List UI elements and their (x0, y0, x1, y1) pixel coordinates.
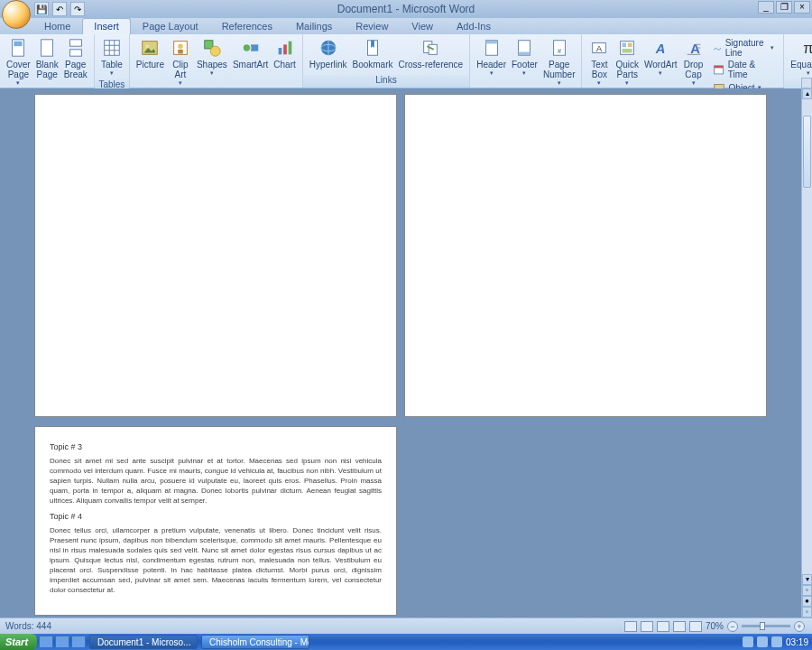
tray-icon-1[interactable] (743, 636, 753, 647)
scroll-up-button[interactable]: ▴ (802, 88, 812, 99)
svg-rect-49 (714, 66, 723, 68)
hyperlink-button[interactable]: Hyperlink (307, 36, 350, 70)
task-chisholm[interactable]: Chisholm Consulting - Mo... (201, 635, 309, 649)
svg-rect-21 (278, 48, 281, 54)
tray-icon-2[interactable] (757, 636, 768, 647)
table-icon (101, 37, 123, 59)
cross-ref-label: Cross-reference (398, 60, 463, 70)
quick-launch-desktop[interactable] (55, 636, 69, 648)
header-label: Header (476, 60, 506, 70)
drop-cap-button[interactable]: ADrop Cap▾ (680, 36, 707, 88)
page-3[interactable]: Topic # 3 Donec sit amet mi sed ante sus… (34, 426, 397, 616)
page-number-button[interactable]: #Page Number▾ (540, 36, 578, 88)
group-pages: Cover Page▾ Blank Page Page Break Pages (0, 34, 95, 88)
footer-label: Footer (512, 60, 538, 70)
quick-launch-ie[interactable] (39, 636, 53, 648)
outline-view[interactable] (673, 621, 686, 632)
blank-page-icon (36, 37, 58, 59)
tab-insert[interactable]: Insert (82, 18, 131, 34)
chart-button[interactable]: Chart (271, 36, 298, 70)
next-page-button[interactable]: ◦ (802, 607, 812, 618)
print-layout-view[interactable] (624, 621, 637, 632)
clip-art-label: Clip Art (172, 60, 188, 79)
zoom-out-button[interactable]: − (727, 621, 738, 632)
clock[interactable]: 03:19 (786, 637, 808, 647)
tab-view[interactable]: View (400, 18, 445, 34)
cover-page-button[interactable]: Cover Page▾ (4, 36, 33, 88)
wordart-button[interactable]: AWordArt▾ (641, 36, 680, 78)
svg-rect-4 (69, 50, 81, 56)
undo-button[interactable]: ↶ (52, 2, 67, 16)
tab-mailings[interactable]: Mailings (284, 18, 344, 34)
redo-button[interactable]: ↷ (70, 2, 85, 16)
maximize-button[interactable]: ❐ (776, 1, 792, 14)
bookmark-button[interactable]: Bookmark (349, 36, 395, 70)
picture-button[interactable]: Picture (134, 36, 167, 70)
ruler-toggle[interactable] (801, 78, 812, 88)
page-break-label: Page Break (64, 60, 88, 79)
page-break-button[interactable]: Page Break (61, 36, 90, 80)
shapes-button[interactable]: Shapes▾ (194, 36, 230, 78)
text-box-button[interactable]: AText Box▾ (586, 36, 613, 88)
quick-parts-icon (616, 37, 638, 59)
svg-rect-34 (519, 52, 531, 56)
tab-review[interactable]: Review (344, 18, 400, 34)
tab-addins[interactable]: Add-Ins (445, 18, 503, 34)
tab-home[interactable]: Home (32, 18, 82, 34)
page-break-icon (65, 37, 87, 59)
zoom-thumb[interactable] (760, 622, 765, 630)
table-button[interactable]: Table▾ (98, 36, 125, 78)
smartart-icon (240, 37, 262, 59)
tray-icon-3[interactable] (771, 636, 782, 647)
zoom-slider[interactable] (742, 625, 790, 627)
zoom-in-button[interactable]: + (794, 621, 805, 632)
date-time-button[interactable]: Date & Time (713, 60, 775, 79)
full-screen-view[interactable] (641, 621, 653, 632)
bookmark-label: Bookmark (352, 60, 392, 70)
status-bar: Words: 444 70% − + (0, 618, 812, 634)
word-count[interactable]: Words: 444 (5, 621, 51, 631)
ribbon-tabs: Home Insert Page Layout References Maili… (0, 18, 812, 34)
quick-parts-button[interactable]: Quick Parts▾ (613, 36, 641, 88)
cross-reference-button[interactable]: Cross-reference (395, 36, 466, 70)
scroll-thumb[interactable] (803, 116, 811, 188)
cover-page-label: Cover Page (6, 60, 31, 79)
window-controls: _ ❐ × (758, 1, 810, 14)
minimize-button[interactable]: _ (758, 1, 774, 14)
prev-page-button[interactable]: ◦ (802, 585, 812, 596)
save-button[interactable]: 💾 (34, 2, 49, 16)
office-button[interactable] (2, 0, 31, 29)
web-layout-view[interactable] (657, 621, 669, 632)
signature-line-button[interactable]: Signature Line▾ (713, 38, 775, 58)
page-1[interactable] (34, 94, 397, 417)
blank-page-button[interactable]: Blank Page (33, 36, 61, 80)
svg-rect-42 (623, 49, 632, 53)
start-button[interactable]: Start (0, 634, 37, 650)
document-area[interactable]: Topic # 3 Donec sit amet mi sed ante sus… (0, 88, 801, 618)
cover-page-icon (7, 37, 29, 59)
clip-art-button[interactable]: Clip Art▾ (167, 36, 194, 88)
clip-art-icon (170, 37, 191, 59)
drop-cap-icon: A (683, 37, 705, 59)
tab-page-layout[interactable]: Page Layout (131, 18, 210, 34)
scroll-down-button[interactable]: ▾ (802, 574, 812, 585)
footer-icon (513, 37, 535, 59)
smartart-button[interactable]: SmartArt (230, 36, 271, 70)
page-2[interactable] (404, 94, 767, 417)
vertical-scrollbar[interactable]: ▴ ▾ ◦ ● ◦ (801, 88, 812, 618)
quick-launch-explorer[interactable] (71, 636, 86, 648)
svg-text:π: π (803, 40, 812, 56)
svg-rect-2 (42, 40, 53, 56)
draft-view[interactable] (689, 621, 702, 632)
browse-object-button[interactable]: ● (802, 596, 812, 607)
footer-button[interactable]: Footer▾ (509, 36, 540, 78)
svg-rect-5 (105, 41, 120, 56)
tab-references[interactable]: References (210, 18, 284, 34)
header-button[interactable]: Header▾ (474, 36, 509, 78)
close-button[interactable]: × (794, 1, 810, 14)
wordart-icon: A (650, 37, 671, 59)
text-box-label: Text Box (591, 60, 607, 79)
zoom-level[interactable]: 70% (706, 621, 724, 631)
equation-button[interactable]: πEquation▾ (788, 36, 812, 78)
task-word[interactable]: Document1 - Microso... (89, 635, 198, 649)
